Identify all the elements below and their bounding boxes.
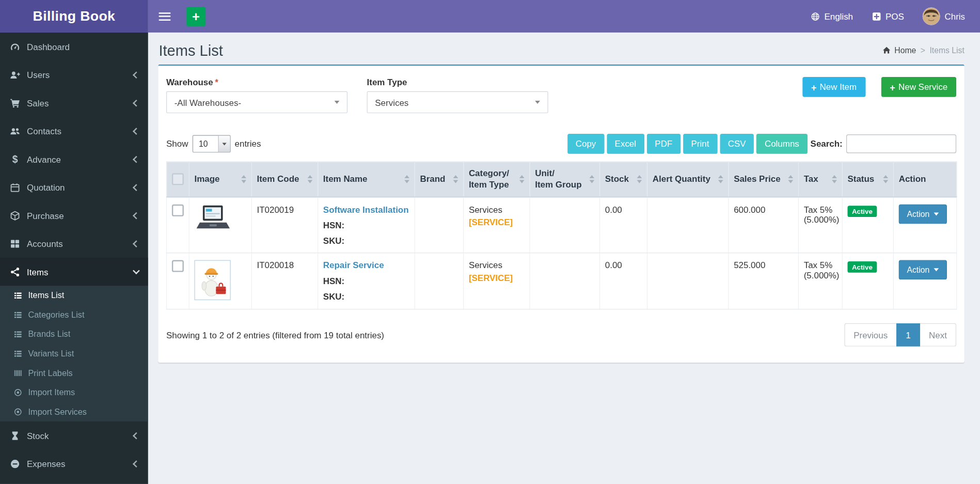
- sidebar-item-label: Expenses: [27, 459, 65, 469]
- previous-page-button[interactable]: Previous: [844, 323, 897, 347]
- export-buttons: Copy Excel PDF Print CSV Columns: [567, 134, 808, 154]
- chevron-left-icon: [133, 71, 140, 79]
- quick-add-button[interactable]: +: [186, 7, 206, 26]
- sidebar-item-dashboard[interactable]: Dashboard: [0, 33, 148, 60]
- chevron-left-icon: [133, 184, 140, 191]
- sidebar-item-purchase[interactable]: Purchase: [0, 201, 148, 229]
- plus-icon: +: [192, 10, 200, 23]
- warehouse-select[interactable]: -All Warehouses-: [166, 91, 347, 113]
- row-checkbox[interactable]: [172, 205, 184, 216]
- sidebar: Dashboard Users Sales Contacts $ Advance…: [0, 33, 148, 484]
- row-checkbox[interactable]: [172, 260, 184, 272]
- sidebar-subitem-brands-list[interactable]: Brands List: [0, 324, 148, 344]
- sidebar-toggle-button[interactable]: [148, 0, 181, 33]
- chevron-down-icon: [133, 267, 140, 274]
- column-header-item-name[interactable]: Item Name: [318, 162, 415, 197]
- plus-icon: +: [811, 82, 817, 91]
- column-header-brand[interactable]: Brand: [415, 162, 463, 197]
- sidebar-subitem-import-services[interactable]: Import Services: [0, 402, 148, 421]
- page-size-value: 10: [193, 136, 218, 152]
- column-header-status[interactable]: Status: [842, 162, 893, 197]
- csv-button[interactable]: CSV: [720, 134, 754, 154]
- alert-quantity-cell: [647, 253, 728, 309]
- sidebar-item-contacts[interactable]: Contacts: [0, 117, 148, 145]
- pdf-button[interactable]: PDF: [647, 134, 681, 154]
- pos-link[interactable]: POS: [872, 11, 904, 21]
- chevron-down-icon: [335, 101, 340, 104]
- sidebar-subitem-variants-list[interactable]: Variants List: [0, 344, 148, 364]
- column-header-category[interactable]: Category/Item Type: [464, 162, 530, 197]
- page-number-button[interactable]: 1: [896, 323, 920, 347]
- sidebar-item-label: Contacts: [27, 126, 61, 136]
- sidebar-item-items[interactable]: Items: [0, 258, 148, 286]
- breadcrumb-home[interactable]: Home: [882, 45, 916, 55]
- plus-square-icon: [872, 11, 881, 21]
- sidebar-item-label: Sales: [27, 98, 49, 107]
- column-header-unit[interactable]: Unit/Item Group: [530, 162, 600, 197]
- sidebar-subitem-categories-list[interactable]: Categories List: [0, 305, 148, 325]
- new-service-button[interactable]: + New Service: [881, 77, 956, 97]
- item-image-repair-service[interactable]: [194, 260, 230, 300]
- item-name-link[interactable]: Repair Service: [323, 260, 384, 270]
- column-header-image[interactable]: Image: [189, 162, 251, 197]
- sort-icon: [308, 175, 313, 183]
- sidebar-subitem-label: Import Items: [28, 388, 75, 397]
- app-logo: Billing Book: [0, 0, 148, 33]
- entries-summary: Showing 1 to 2 of 2 entries (filtered fr…: [166, 330, 384, 340]
- print-button[interactable]: Print: [683, 134, 717, 154]
- cube-icon: [9, 210, 21, 220]
- items-table: Image Item Code Item Name Brand Category…: [166, 161, 957, 309]
- sidebar-subitem-label: Items List: [28, 291, 64, 300]
- column-header-item-code[interactable]: Item Code: [251, 162, 318, 197]
- sidebar-subitem-print-labels[interactable]: Print Labels: [0, 363, 148, 383]
- sidebar-item-expenses[interactable]: Expenses: [0, 449, 148, 477]
- sort-icon: [637, 175, 642, 183]
- sidebar-item-sales[interactable]: Sales: [0, 89, 148, 117]
- page-title: Items List: [159, 41, 223, 59]
- page-size-select[interactable]: 10: [193, 135, 230, 152]
- select-all-checkbox[interactable]: [172, 173, 184, 185]
- sidebar-item-users[interactable]: Users: [0, 60, 148, 88]
- minus-circle-icon: [9, 459, 21, 469]
- sidebar-item-stock[interactable]: Stock: [0, 421, 148, 449]
- column-header-stock[interactable]: Stock: [599, 162, 647, 197]
- sidebar-item-label: Dashboard: [27, 41, 70, 51]
- next-page-button[interactable]: Next: [920, 323, 956, 347]
- tax-detail: (5.000%): [804, 270, 837, 280]
- sidebar-subitem-label: Print Labels: [28, 368, 72, 378]
- excel-button[interactable]: Excel: [607, 134, 644, 154]
- item-type-select[interactable]: Services: [367, 91, 548, 113]
- action-dropdown-button[interactable]: Action: [899, 205, 947, 224]
- page-size-control: Show 10 entries: [166, 135, 261, 152]
- column-header-sales-price[interactable]: Sales Price: [729, 162, 799, 197]
- language-menu[interactable]: English: [811, 11, 853, 21]
- tax-detail: (5.000%): [804, 214, 837, 224]
- sidebar-subitem-items-list[interactable]: Items List: [0, 286, 148, 305]
- sort-icon: [404, 175, 409, 183]
- item-image-software-installation[interactable]: [194, 205, 232, 231]
- unit-group-cell: [530, 197, 600, 253]
- status-badge: Active: [847, 206, 877, 217]
- item-type-filter: Item Type Services: [367, 77, 548, 113]
- list-icon: [13, 310, 23, 319]
- column-header-tax[interactable]: Tax: [798, 162, 842, 197]
- action-dropdown-button[interactable]: Action: [899, 260, 947, 280]
- tax-value: Tax 5%: [804, 205, 837, 214]
- sidebar-item-quotation[interactable]: Quotation: [0, 173, 148, 201]
- columns-button[interactable]: Columns: [756, 134, 807, 154]
- sidebar-subitem-import-items[interactable]: Import Items: [0, 383, 148, 402]
- chevron-left-icon: [133, 128, 140, 135]
- column-header-alert-quantity[interactable]: Alert Quantity: [647, 162, 728, 197]
- sidebar-item-label: Stock: [27, 430, 49, 440]
- search-input[interactable]: [846, 134, 956, 153]
- item-name-link[interactable]: Software Installation: [323, 205, 409, 214]
- sidebar-subitem-label: Import Services: [28, 407, 87, 416]
- copy-button[interactable]: Copy: [567, 134, 604, 154]
- user-menu[interactable]: Chris: [923, 8, 965, 25]
- filters-section: Warehouse* -All Warehouses- Item Type Se…: [166, 77, 956, 113]
- sidebar-item-accounts[interactable]: Accounts: [0, 229, 148, 257]
- sidebar-item-advance[interactable]: $ Advance: [0, 145, 148, 173]
- column-header-select: [167, 162, 189, 197]
- dashboard-icon: [9, 41, 21, 51]
- new-item-button[interactable]: + New Item: [802, 77, 865, 97]
